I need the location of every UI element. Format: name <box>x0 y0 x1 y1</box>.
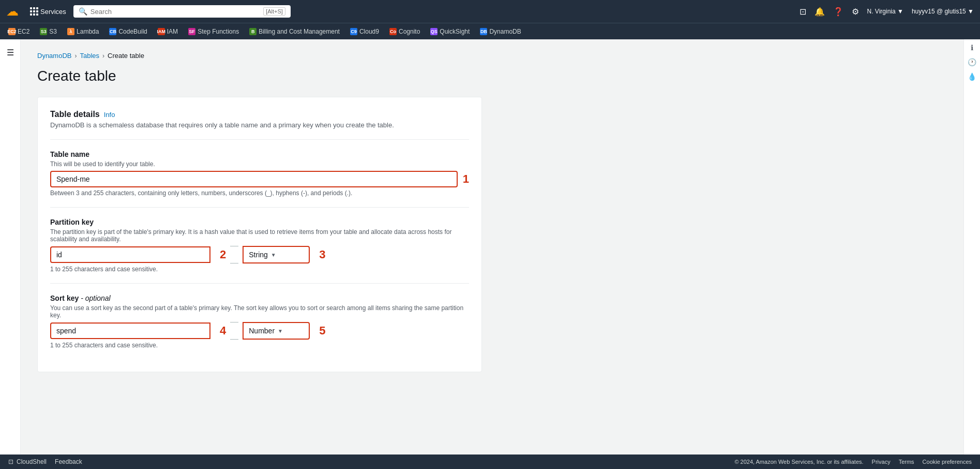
service-codebuild[interactable]: CB CodeBuild <box>105 26 151 37</box>
qs-badge: QS <box>430 28 438 35</box>
main-content: DynamoDB › Tables › Create table Create … <box>21 39 963 455</box>
create-table-card: Table details Info DynamoDB is a schemal… <box>37 97 482 372</box>
sort-type-value: Number <box>249 327 275 335</box>
ec2-label: EC2 <box>18 28 29 35</box>
sidebar-toggle[interactable]: ☰ <box>3 43 18 62</box>
services-menu-button[interactable]: Services <box>27 5 69 18</box>
sort-key-input[interactable] <box>50 323 210 339</box>
info-icon[interactable]: ℹ <box>971 43 973 52</box>
stepfunctions-label: Step Functions <box>198 28 239 35</box>
cloudshell-button[interactable]: ⊡ CloudShell <box>8 458 47 465</box>
table-name-label: Table name <box>50 150 469 158</box>
search-shortcut: [Alt+S] <box>263 7 285 16</box>
service-lambda[interactable]: λ Lambda <box>63 26 103 37</box>
service-billing[interactable]: B Billing and Cost Management <box>245 26 344 37</box>
terminal-icon[interactable]: ⊡ <box>800 7 806 17</box>
svg-text:☁: ☁ <box>6 4 19 18</box>
annotation-3: 3 <box>319 249 325 260</box>
partition-key-label: Partition key <box>50 218 469 226</box>
annotation-2: 2 <box>220 249 226 260</box>
partition-key-input[interactable] <box>50 246 210 263</box>
aws-logo[interactable]: ☁ <box>6 3 23 20</box>
annotation-4: 4 <box>220 325 226 336</box>
partition-key-field-group: Partition key The partition key is part … <box>50 218 469 273</box>
service-bar: EC2 EC2 S3 S3 λ Lambda CB CodeBuild IAM … <box>0 23 980 39</box>
service-stepfunctions[interactable]: SF Step Functions <box>184 26 243 37</box>
terms-link[interactable]: Terms <box>899 459 914 465</box>
service-ec2[interactable]: EC2 EC2 <box>4 26 34 37</box>
dynamodb-label: DynamoDB <box>489 28 521 35</box>
codebuild-badge: CB <box>109 28 116 35</box>
nav-icons: ⊡ 🔔 ❓ ⚙ N. Virginia ▼ huyyv15 @ glutis15… <box>800 7 974 17</box>
breadcrumb-sep-1: › <box>74 52 77 60</box>
search-input[interactable] <box>91 8 260 16</box>
cookie-link[interactable]: Cookie preferences <box>923 459 972 465</box>
section-header: Table details Info <box>50 110 469 119</box>
service-cognito[interactable]: Co Cognito <box>385 26 424 37</box>
table-name-hint: This will be used to identify your table… <box>50 160 469 168</box>
clock-icon[interactable]: 🕐 <box>968 58 976 66</box>
quicksight-label: QuickSight <box>440 28 470 35</box>
top-navigation: ☁ Services 🔍 [Alt+S] ⊡ 🔔 ❓ ⚙ N. Virginia… <box>0 0 980 23</box>
breadcrumb-tables[interactable]: Tables <box>80 52 99 60</box>
table-name-input[interactable] <box>50 171 458 187</box>
iam-label: IAM <box>167 28 178 35</box>
lambda-badge: λ <box>67 28 74 35</box>
sort-type-select[interactable]: Number ▼ <box>243 322 310 340</box>
copyright-text: © 2024, Amazon Web Services, Inc. or its… <box>734 459 863 465</box>
s3-badge: S3 <box>40 28 47 35</box>
iam-badge: IAM <box>158 28 165 35</box>
feedback-label: Feedback <box>55 458 82 465</box>
feedback-button[interactable]: Feedback <box>55 458 82 465</box>
sf-badge: SF <box>188 28 195 35</box>
service-cloud9[interactable]: C9 Cloud9 <box>346 26 383 37</box>
section-title: Table details <box>50 110 100 119</box>
sort-key-desc: You can use a sort key as the second par… <box>50 304 469 319</box>
help-icon[interactable]: ❓ <box>833 7 843 17</box>
bottom-bar: ⊡ CloudShell Feedback © 2024, Amazon Web… <box>0 455 980 469</box>
cognito-label: Cognito <box>399 28 420 35</box>
drop-icon[interactable]: 💧 <box>968 72 976 81</box>
sort-key-optional: - optional <box>81 294 111 302</box>
lambda-label: Lambda <box>77 28 99 35</box>
service-quicksight[interactable]: QS QuickSight <box>426 26 474 37</box>
table-name-note: Between 3 and 255 characters, containing… <box>50 189 469 197</box>
left-sidebar: ☰ <box>0 39 21 455</box>
info-link[interactable]: Info <box>104 111 115 119</box>
user-menu[interactable]: huyyv15 @ glutis15 ▼ <box>912 8 974 15</box>
bell-icon[interactable]: 🔔 <box>815 7 825 17</box>
billing-label: Billing and Cost Management <box>259 28 340 35</box>
partition-type-select[interactable]: String ▼ <box>243 246 310 263</box>
sort-key-note: 1 to 255 characters and case sensitive. <box>50 342 469 349</box>
service-dynamodb[interactable]: DB DynamoDB <box>476 26 525 37</box>
cognito-badge: Co <box>389 28 397 35</box>
sort-key-label: Sort key - optional <box>50 294 469 302</box>
sort-key-field-group: Sort key - optional You can use a sort k… <box>50 294 469 349</box>
table-name-field-group: Table name This will be used to identify… <box>50 150 469 197</box>
cloud9-label: Cloud9 <box>359 28 379 35</box>
codebuild-label: CodeBuild <box>118 28 147 35</box>
divider-2 <box>50 207 469 208</box>
settings-icon[interactable]: ⚙ <box>852 7 859 17</box>
annotation-5: 5 <box>319 325 325 336</box>
cloud9-badge: C9 <box>350 28 357 35</box>
cloudshell-label: CloudShell <box>17 458 47 465</box>
dynamo-badge: DB <box>480 28 487 35</box>
divider-3 <box>50 283 469 284</box>
search-bar[interactable]: 🔍 [Alt+S] <box>73 5 291 18</box>
cloudshell-icon: ⊡ <box>8 458 13 465</box>
divider-1 <box>50 139 469 140</box>
partition-type-value: String <box>249 251 268 259</box>
region-selector[interactable]: N. Virginia ▼ <box>867 8 903 15</box>
service-s3[interactable]: S3 S3 <box>36 26 61 37</box>
partition-key-note: 1 to 255 characters and case sensitive. <box>50 266 469 273</box>
right-sidebar: ℹ 🕐 💧 <box>963 39 980 455</box>
section-desc: DynamoDB is a schemaless database that r… <box>50 121 469 129</box>
breadcrumb-dynamodb[interactable]: DynamoDB <box>37 52 71 60</box>
page-title: Create table <box>37 68 947 84</box>
sort-type-caret: ▼ <box>278 328 283 334</box>
service-iam[interactable]: IAM IAM <box>154 26 182 37</box>
privacy-link[interactable]: Privacy <box>872 459 891 465</box>
billing-badge: B <box>249 28 257 35</box>
breadcrumb: DynamoDB › Tables › Create table <box>37 52 947 60</box>
